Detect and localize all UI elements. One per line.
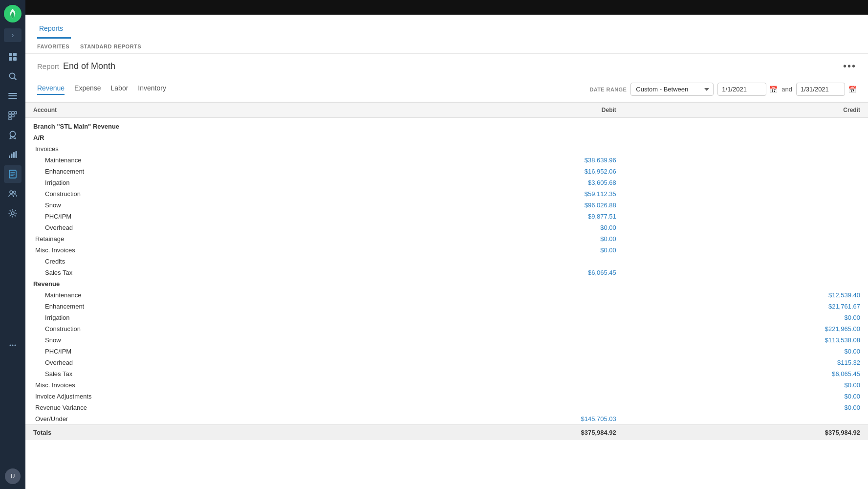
report-menu-button[interactable]: ••• bbox=[843, 61, 856, 72]
col-account: Account bbox=[25, 103, 380, 118]
sidebar-item-reports[interactable] bbox=[4, 165, 22, 183]
item-label: Sales Tax bbox=[25, 368, 380, 379]
svg-rect-3 bbox=[9, 57, 12, 61]
item-debit: $96,026.88 bbox=[380, 200, 624, 211]
subsection-credit bbox=[624, 244, 868, 256]
report-tabs: Revenue Expense Labor Inventory bbox=[37, 84, 580, 95]
svg-point-27 bbox=[11, 212, 14, 215]
subsection-debit: $0.00 bbox=[380, 233, 624, 244]
subsection-debit: $145,705.03 bbox=[380, 413, 624, 425]
item-label: Maintenance bbox=[25, 289, 380, 301]
item-debit bbox=[380, 312, 624, 323]
svg-point-25 bbox=[10, 191, 13, 194]
table-row: Sales Tax $6,065.45 bbox=[25, 368, 868, 379]
item-label: Irrigation bbox=[25, 177, 380, 188]
app-logo[interactable] bbox=[4, 5, 22, 22]
sidebar-item-dashboard[interactable] bbox=[4, 48, 22, 66]
section-label: A/R bbox=[25, 132, 380, 143]
sub-tab-favorites[interactable]: FAVORITES bbox=[37, 42, 76, 53]
item-debit: $9,877.51 bbox=[380, 211, 624, 222]
sidebar-toggle[interactable]: › bbox=[4, 28, 22, 42]
item-label: Maintenance bbox=[25, 155, 380, 166]
table-row: PHC/IPM $9,877.51 bbox=[25, 211, 868, 222]
report-title-row: Report End of Month bbox=[37, 61, 115, 71]
user-avatar[interactable]: U bbox=[5, 468, 21, 484]
main-tabs: Reports bbox=[37, 21, 856, 39]
table-row: Overhead $0.00 bbox=[25, 222, 868, 233]
item-credit bbox=[624, 188, 868, 200]
and-text: and bbox=[781, 86, 792, 93]
filter-bar: Revenue Expense Labor Inventory Date Ran… bbox=[25, 79, 868, 102]
table-header-row: Account Debit Credit bbox=[25, 103, 868, 118]
table-row: Maintenance $12,539.40 bbox=[25, 289, 868, 301]
table-row: Overhead $115.32 bbox=[25, 357, 868, 368]
sidebar-item-settings[interactable] bbox=[4, 204, 22, 222]
item-label: Snow bbox=[25, 200, 380, 211]
item-label: Enhancement bbox=[25, 301, 380, 312]
subsection-label: Invoices bbox=[25, 143, 380, 155]
item-credit bbox=[624, 166, 868, 177]
item-debit: $16,952.06 bbox=[380, 166, 624, 177]
table-row: Maintenance $38,639.96 bbox=[25, 155, 868, 166]
start-date-input[interactable] bbox=[717, 83, 766, 96]
subsection-credit bbox=[624, 233, 868, 244]
item-debit bbox=[380, 289, 624, 301]
branch-header-row: Branch "STL Main" Revenue bbox=[25, 118, 868, 133]
end-date-group: 📅 bbox=[796, 83, 856, 96]
report-tab-expense[interactable]: Expense bbox=[74, 84, 101, 95]
branch-header-cell: Branch "STL Main" Revenue bbox=[25, 118, 868, 133]
table-row: Credits bbox=[25, 256, 868, 267]
svg-rect-20 bbox=[16, 151, 17, 158]
sidebar-item-people[interactable] bbox=[4, 185, 22, 202]
svg-point-26 bbox=[14, 191, 16, 194]
report-tab-inventory[interactable]: Inventory bbox=[138, 84, 166, 95]
sidebar-item-grid[interactable] bbox=[4, 107, 22, 124]
table-row: Enhancement $21,761.67 bbox=[25, 301, 868, 312]
item-label: PHC/IPM bbox=[25, 346, 380, 357]
subsection-label: Over/Under bbox=[25, 413, 380, 425]
start-date-calendar-icon[interactable]: 📅 bbox=[769, 86, 778, 93]
sidebar-item-more[interactable] bbox=[4, 336, 22, 354]
sidebar-item-achievements[interactable] bbox=[4, 126, 22, 144]
col-credit: Credit bbox=[624, 103, 868, 118]
end-date-input[interactable] bbox=[796, 83, 845, 96]
svg-rect-13 bbox=[9, 114, 11, 117]
table-row: Snow $113,538.08 bbox=[25, 334, 868, 346]
item-debit: $38,639.96 bbox=[380, 155, 624, 166]
table-row: Misc. Invoices $0.00 bbox=[25, 379, 868, 391]
page-header: Reports FAVORITES STANDARD REPORTS bbox=[25, 15, 868, 54]
table-row: Snow $96,026.88 bbox=[25, 200, 868, 211]
sub-tab-standard[interactable]: STANDARD REPORTS bbox=[80, 42, 148, 53]
subsection-credit: $0.00 bbox=[624, 391, 868, 402]
tab-reports[interactable]: Reports bbox=[37, 21, 71, 39]
subsection-credit: $0.00 bbox=[624, 402, 868, 413]
item-label: Sales Tax bbox=[25, 267, 380, 278]
item-credit: $12,539.40 bbox=[624, 289, 868, 301]
totals-debit: $375,984.92 bbox=[380, 425, 624, 441]
item-debit bbox=[380, 346, 624, 357]
svg-point-29 bbox=[12, 345, 14, 346]
report-tab-revenue[interactable]: Revenue bbox=[37, 84, 65, 95]
sidebar-item-list[interactable] bbox=[4, 87, 22, 105]
item-debit: $0.00 bbox=[380, 222, 624, 233]
end-date-calendar-icon[interactable]: 📅 bbox=[848, 86, 856, 93]
sidebar-item-search[interactable] bbox=[4, 67, 22, 85]
svg-rect-1 bbox=[9, 53, 12, 56]
section-debit bbox=[380, 278, 624, 289]
table-area: Account Debit Credit Branch "STL Main" R… bbox=[25, 102, 868, 489]
item-credit bbox=[624, 222, 868, 233]
date-range-label: Date Range bbox=[589, 87, 627, 92]
item-debit: $6,065.45 bbox=[380, 267, 624, 278]
sidebar-item-analytics[interactable] bbox=[4, 146, 22, 163]
subsection-debit bbox=[380, 391, 624, 402]
table-row: Revenue bbox=[25, 278, 868, 289]
table-row: Sales Tax $6,065.45 bbox=[25, 267, 868, 278]
subsection-credit bbox=[624, 413, 868, 425]
item-debit bbox=[380, 368, 624, 379]
svg-rect-17 bbox=[9, 156, 10, 158]
item-credit bbox=[624, 177, 868, 188]
svg-point-30 bbox=[15, 345, 16, 346]
date-range-select[interactable]: Custom - Between This Month Last Month T… bbox=[630, 83, 714, 96]
svg-line-6 bbox=[15, 78, 17, 80]
report-tab-labor[interactable]: Labor bbox=[111, 84, 129, 95]
